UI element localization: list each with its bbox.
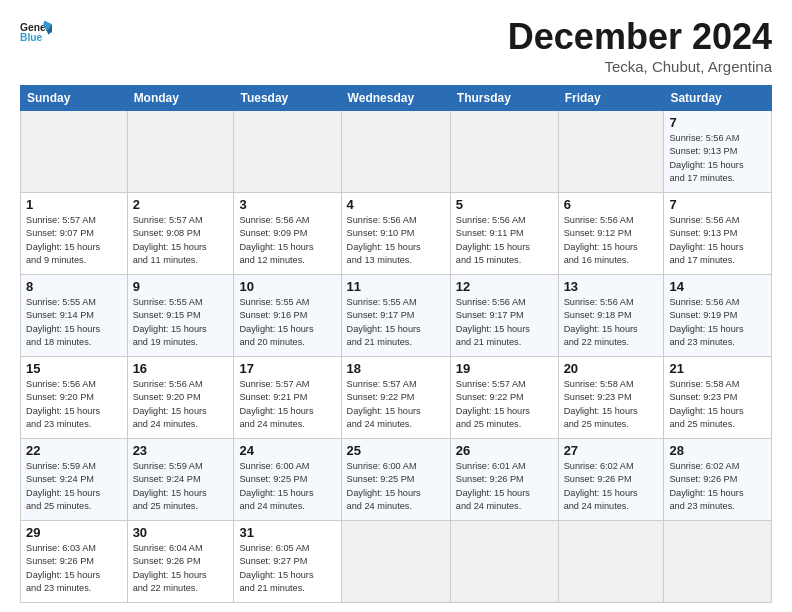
table-row: 7Sunrise: 5:56 AM Sunset: 9:13 PM Daylig… — [664, 193, 772, 275]
table-row: 24Sunrise: 6:00 AM Sunset: 9:25 PM Dayli… — [234, 439, 341, 521]
table-row: 29Sunrise: 6:03 AM Sunset: 9:26 PM Dayli… — [21, 521, 128, 603]
day-info: Sunrise: 5:57 AM Sunset: 9:22 PM Dayligh… — [347, 378, 445, 431]
day-number: 31 — [239, 525, 335, 540]
day-number: 19 — [456, 361, 553, 376]
page: General Blue December 2024 Tecka, Chubut… — [0, 0, 792, 612]
table-row: 13Sunrise: 5:56 AM Sunset: 9:18 PM Dayli… — [558, 275, 664, 357]
day-number: 15 — [26, 361, 122, 376]
day-info: Sunrise: 5:56 AM Sunset: 9:17 PM Dayligh… — [456, 296, 553, 349]
table-row: 18Sunrise: 5:57 AM Sunset: 9:22 PM Dayli… — [341, 357, 450, 439]
col-saturday: Saturday — [664, 86, 772, 111]
day-number: 18 — [347, 361, 445, 376]
table-row: 2Sunrise: 5:57 AM Sunset: 9:08 PM Daylig… — [127, 193, 234, 275]
table-row: 23Sunrise: 5:59 AM Sunset: 9:24 PM Dayli… — [127, 439, 234, 521]
day-info: Sunrise: 6:03 AM Sunset: 9:26 PM Dayligh… — [26, 542, 122, 595]
day-info: Sunrise: 6:05 AM Sunset: 9:27 PM Dayligh… — [239, 542, 335, 595]
day-info: Sunrise: 5:56 AM Sunset: 9:10 PM Dayligh… — [347, 214, 445, 267]
calendar-week-0: 7Sunrise: 5:56 AM Sunset: 9:13 PM Daylig… — [21, 111, 772, 193]
day-info: Sunrise: 6:00 AM Sunset: 9:25 PM Dayligh… — [239, 460, 335, 513]
table-row — [450, 521, 558, 603]
day-info: Sunrise: 5:59 AM Sunset: 9:24 PM Dayligh… — [133, 460, 229, 513]
calendar-week-1: 1Sunrise: 5:57 AM Sunset: 9:07 PM Daylig… — [21, 193, 772, 275]
table-row: 12Sunrise: 5:56 AM Sunset: 9:17 PM Dayli… — [450, 275, 558, 357]
day-info: Sunrise: 5:56 AM Sunset: 9:12 PM Dayligh… — [564, 214, 659, 267]
day-number: 2 — [133, 197, 229, 212]
day-info: Sunrise: 6:02 AM Sunset: 9:26 PM Dayligh… — [669, 460, 766, 513]
title-block: December 2024 Tecka, Chubut, Argentina — [508, 16, 772, 75]
table-row: 17Sunrise: 5:57 AM Sunset: 9:21 PM Dayli… — [234, 357, 341, 439]
day-info: Sunrise: 5:55 AM Sunset: 9:17 PM Dayligh… — [347, 296, 445, 349]
day-number: 23 — [133, 443, 229, 458]
day-info: Sunrise: 5:56 AM Sunset: 9:19 PM Dayligh… — [669, 296, 766, 349]
day-number: 7 — [669, 115, 766, 130]
table-row: 22Sunrise: 5:59 AM Sunset: 9:24 PM Dayli… — [21, 439, 128, 521]
day-info: Sunrise: 5:56 AM Sunset: 9:13 PM Dayligh… — [669, 214, 766, 267]
day-number: 14 — [669, 279, 766, 294]
day-info: Sunrise: 5:56 AM Sunset: 9:13 PM Dayligh… — [669, 132, 766, 185]
day-number: 16 — [133, 361, 229, 376]
day-number: 25 — [347, 443, 445, 458]
day-number: 27 — [564, 443, 659, 458]
col-wednesday: Wednesday — [341, 86, 450, 111]
table-row — [664, 521, 772, 603]
col-monday: Monday — [127, 86, 234, 111]
day-info: Sunrise: 6:00 AM Sunset: 9:25 PM Dayligh… — [347, 460, 445, 513]
table-row — [558, 111, 664, 193]
table-row — [234, 111, 341, 193]
day-number: 12 — [456, 279, 553, 294]
table-row: 27Sunrise: 6:02 AM Sunset: 9:26 PM Dayli… — [558, 439, 664, 521]
table-row: 1Sunrise: 5:57 AM Sunset: 9:07 PM Daylig… — [21, 193, 128, 275]
table-row — [341, 111, 450, 193]
day-number: 3 — [239, 197, 335, 212]
table-row: 15Sunrise: 5:56 AM Sunset: 9:20 PM Dayli… — [21, 357, 128, 439]
table-row: 14Sunrise: 5:56 AM Sunset: 9:19 PM Dayli… — [664, 275, 772, 357]
day-number: 21 — [669, 361, 766, 376]
day-info: Sunrise: 5:57 AM Sunset: 9:08 PM Dayligh… — [133, 214, 229, 267]
day-number: 1 — [26, 197, 122, 212]
calendar-week-2: 8Sunrise: 5:55 AM Sunset: 9:14 PM Daylig… — [21, 275, 772, 357]
table-row — [127, 111, 234, 193]
table-row — [450, 111, 558, 193]
table-row — [21, 111, 128, 193]
col-tuesday: Tuesday — [234, 86, 341, 111]
day-number: 11 — [347, 279, 445, 294]
table-row — [341, 521, 450, 603]
day-info: Sunrise: 6:04 AM Sunset: 9:26 PM Dayligh… — [133, 542, 229, 595]
day-number: 9 — [133, 279, 229, 294]
day-info: Sunrise: 5:59 AM Sunset: 9:24 PM Dayligh… — [26, 460, 122, 513]
day-info: Sunrise: 5:56 AM Sunset: 9:09 PM Dayligh… — [239, 214, 335, 267]
table-row: 5Sunrise: 5:56 AM Sunset: 9:11 PM Daylig… — [450, 193, 558, 275]
day-number: 22 — [26, 443, 122, 458]
col-friday: Friday — [558, 86, 664, 111]
table-row: 11Sunrise: 5:55 AM Sunset: 9:17 PM Dayli… — [341, 275, 450, 357]
table-row: 19Sunrise: 5:57 AM Sunset: 9:22 PM Dayli… — [450, 357, 558, 439]
day-info: Sunrise: 6:02 AM Sunset: 9:26 PM Dayligh… — [564, 460, 659, 513]
table-row: 26Sunrise: 6:01 AM Sunset: 9:26 PM Dayli… — [450, 439, 558, 521]
day-info: Sunrise: 5:58 AM Sunset: 9:23 PM Dayligh… — [564, 378, 659, 431]
day-info: Sunrise: 5:56 AM Sunset: 9:20 PM Dayligh… — [26, 378, 122, 431]
col-sunday: Sunday — [21, 86, 128, 111]
day-info: Sunrise: 5:58 AM Sunset: 9:23 PM Dayligh… — [669, 378, 766, 431]
day-number: 10 — [239, 279, 335, 294]
day-info: Sunrise: 5:56 AM Sunset: 9:11 PM Dayligh… — [456, 214, 553, 267]
logo: General Blue — [20, 16, 52, 48]
table-row: 7Sunrise: 5:56 AM Sunset: 9:13 PM Daylig… — [664, 111, 772, 193]
calendar-week-5: 29Sunrise: 6:03 AM Sunset: 9:26 PM Dayli… — [21, 521, 772, 603]
table-row — [558, 521, 664, 603]
table-row: 31Sunrise: 6:05 AM Sunset: 9:27 PM Dayli… — [234, 521, 341, 603]
subtitle: Tecka, Chubut, Argentina — [508, 58, 772, 75]
day-number: 29 — [26, 525, 122, 540]
table-row: 16Sunrise: 5:56 AM Sunset: 9:20 PM Dayli… — [127, 357, 234, 439]
table-row: 10Sunrise: 5:55 AM Sunset: 9:16 PM Dayli… — [234, 275, 341, 357]
day-info: Sunrise: 5:57 AM Sunset: 9:21 PM Dayligh… — [239, 378, 335, 431]
day-number: 28 — [669, 443, 766, 458]
day-number: 5 — [456, 197, 553, 212]
day-info: Sunrise: 5:55 AM Sunset: 9:15 PM Dayligh… — [133, 296, 229, 349]
day-info: Sunrise: 5:56 AM Sunset: 9:20 PM Dayligh… — [133, 378, 229, 431]
day-number: 13 — [564, 279, 659, 294]
day-number: 6 — [564, 197, 659, 212]
day-number: 20 — [564, 361, 659, 376]
day-number: 7 — [669, 197, 766, 212]
day-number: 8 — [26, 279, 122, 294]
calendar-week-3: 15Sunrise: 5:56 AM Sunset: 9:20 PM Dayli… — [21, 357, 772, 439]
